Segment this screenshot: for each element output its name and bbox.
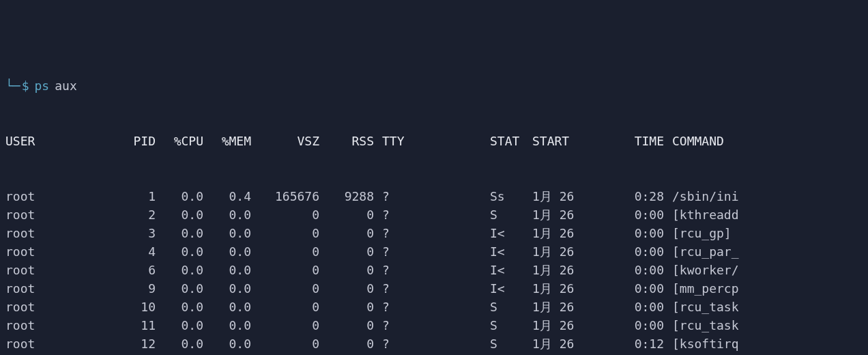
- cell-pid: 1: [87, 187, 156, 205]
- cell-stat: I<: [408, 242, 524, 261]
- process-row: root90.00.000?I<1月 260:00[mm_percp: [5, 279, 863, 298]
- cell-command: [rcu_gp]: [664, 224, 732, 242]
- cell-cpu: 0.0: [156, 205, 203, 224]
- cell-pid: 6: [87, 261, 156, 279]
- cell-start: 1月 26: [524, 298, 592, 316]
- cell-start: 1月 26: [524, 205, 592, 224]
- cell-mem: 0.0: [203, 298, 251, 316]
- cell-vsz: 0: [251, 335, 319, 353]
- prompt-corner-icon: └─: [5, 76, 20, 95]
- cell-pid: 10: [87, 298, 156, 316]
- cell-tty: ?: [374, 316, 408, 335]
- process-row: root20.00.000?S1月 260:00[kthreadd: [5, 205, 863, 224]
- cell-command: [rcu_task: [664, 298, 739, 316]
- cell-start: 1月 26: [524, 316, 592, 335]
- cell-user: root: [5, 261, 87, 279]
- cell-command: [rcu_par_: [664, 242, 739, 261]
- cell-time: 0:00: [592, 261, 664, 279]
- cell-mem: 0.0: [203, 261, 251, 279]
- header-user: USER: [5, 132, 87, 150]
- cell-cpu: 0.0: [156, 242, 203, 261]
- cell-time: 0:12: [592, 335, 664, 353]
- cell-tty: ?: [374, 224, 408, 242]
- header-stat: STAT: [408, 132, 524, 150]
- cell-mem: 0.0: [203, 205, 251, 224]
- cell-rss: 9288: [319, 187, 374, 205]
- cell-pid: 2: [87, 205, 156, 224]
- cell-pid: 4: [87, 242, 156, 261]
- cell-pid: 11: [87, 316, 156, 335]
- cell-start: 1月 26: [524, 279, 592, 298]
- header-vsz: VSZ: [251, 132, 319, 150]
- cell-tty: ?: [374, 205, 408, 224]
- process-row: root40.00.000?I<1月 260:00[rcu_par_: [5, 242, 863, 261]
- cell-time: 0:00: [592, 242, 664, 261]
- header-time: TIME: [592, 132, 664, 150]
- cell-pid: 3: [87, 224, 156, 242]
- cell-start: 1月 26: [524, 261, 592, 279]
- cell-user: root: [5, 335, 87, 353]
- cell-mem: 0.0: [203, 316, 251, 335]
- cell-start: 1月 26: [524, 335, 592, 353]
- process-row: root110.00.000?S1月 260:00[rcu_task: [5, 316, 863, 335]
- cell-stat: I<: [408, 224, 524, 242]
- header-mem: %MEM: [203, 132, 251, 150]
- cell-cpu: 0.0: [156, 279, 203, 298]
- cell-stat: I<: [408, 261, 524, 279]
- cell-time: 0:00: [592, 224, 664, 242]
- cell-stat: I<: [408, 279, 524, 298]
- process-rows-container: root10.00.41656769288?Ss1月 260:28/sbin/i…: [5, 187, 863, 355]
- cell-vsz: 0: [251, 316, 319, 335]
- cell-start: 1月 26: [524, 242, 592, 261]
- cell-start: 1月 26: [524, 187, 592, 205]
- cell-tty: ?: [374, 279, 408, 298]
- cell-rss: 0: [319, 224, 374, 242]
- cell-vsz: 0: [251, 279, 319, 298]
- cell-cpu: 0.0: [156, 261, 203, 279]
- cell-cpu: 0.0: [156, 316, 203, 335]
- cell-command: [rcu_task: [664, 316, 739, 335]
- cell-user: root: [5, 205, 87, 224]
- cell-time: 0:28: [592, 187, 664, 205]
- cell-tty: ?: [374, 187, 408, 205]
- cell-command: [ksoftirq: [664, 335, 739, 353]
- cell-time: 0:00: [592, 279, 664, 298]
- cell-user: root: [5, 298, 87, 316]
- cell-vsz: 0: [251, 298, 319, 316]
- cell-cpu: 0.0: [156, 298, 203, 316]
- process-row: root10.00.41656769288?Ss1月 260:28/sbin/i…: [5, 187, 863, 205]
- cell-user: root: [5, 187, 87, 205]
- cell-stat: S: [408, 316, 524, 335]
- cell-pid: 12: [87, 335, 156, 353]
- cell-user: root: [5, 242, 87, 261]
- command-name: ps: [35, 76, 50, 95]
- cell-cpu: 0.0: [156, 335, 203, 353]
- cell-rss: 0: [319, 261, 374, 279]
- cell-time: 0:00: [592, 316, 664, 335]
- cell-tty: ?: [374, 298, 408, 316]
- command-prompt-line: └─ $ ps aux: [5, 76, 863, 95]
- cell-user: root: [5, 279, 87, 298]
- cell-stat: Ss: [408, 187, 524, 205]
- prompt-dollar-sign: $: [22, 76, 29, 95]
- header-cpu: %CPU: [156, 132, 203, 150]
- cell-start: 1月 26: [524, 224, 592, 242]
- process-row: root100.00.000?S1月 260:00[rcu_task: [5, 298, 863, 316]
- command-args: aux: [55, 76, 77, 95]
- cell-command: [mm_percp: [664, 279, 739, 298]
- cell-vsz: 0: [251, 242, 319, 261]
- header-start: START: [524, 132, 592, 150]
- cell-rss: 0: [319, 316, 374, 335]
- cell-mem: 0.4: [203, 187, 251, 205]
- cell-tty: ?: [374, 242, 408, 261]
- process-row: root120.00.000?S1月 260:12[ksoftirq: [5, 335, 863, 353]
- cell-tty: ?: [374, 261, 408, 279]
- cell-time: 0:00: [592, 298, 664, 316]
- cell-mem: 0.0: [203, 279, 251, 298]
- cell-rss: 0: [319, 298, 374, 316]
- process-row: root60.00.000?I<1月 260:00[kworker/: [5, 261, 863, 279]
- header-tty: TTY: [374, 132, 408, 150]
- cell-time: 0:00: [592, 205, 664, 224]
- cell-user: root: [5, 224, 87, 242]
- cell-vsz: 0: [251, 205, 319, 224]
